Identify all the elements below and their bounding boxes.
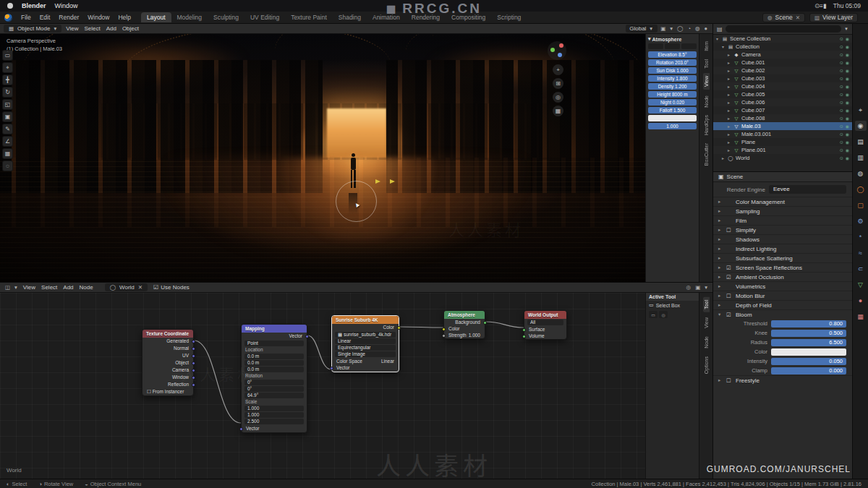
projection-dropdown[interactable]: Equirectangular — [335, 345, 396, 351]
sidebar-tab[interactable]: HardOps — [703, 112, 710, 138]
checkbox-icon[interactable]: ☐ — [147, 389, 151, 394]
item-label[interactable]: Male.03 — [741, 123, 838, 129]
expand-arrow-icon[interactable]: ▸ — [718, 302, 723, 308]
node-header[interactable]: World Output — [524, 311, 566, 319]
viewport-gizmo-button[interactable]: ▦ — [553, 106, 563, 116]
tool-button[interactable]: ╋ — [2, 74, 13, 85]
node-input-row[interactable]: Vector — [332, 364, 399, 372]
properties-tab-icon[interactable]: ▥ — [855, 153, 867, 163]
disable-in-render-icon[interactable]: ◉ — [846, 132, 849, 137]
node-editor-header-icon[interactable]: ▾ — [703, 284, 709, 291]
viewport-menu-item[interactable]: Select — [81, 25, 103, 32]
world-id-selector[interactable]: ◯ World ✕ — [105, 283, 148, 291]
item-label[interactable]: Plane.001 — [741, 147, 838, 153]
view-layer-selector[interactable]: ▥ View Layer — [809, 13, 858, 22]
expand-arrow-icon[interactable]: ▸ — [718, 283, 723, 289]
output-socket[interactable] — [192, 347, 195, 351]
sidebar-button[interactable] — [665, 43, 680, 49]
viewport-header-icon[interactable]: ◯ — [676, 25, 684, 32]
expand-arrow-icon[interactable]: ▸ — [726, 140, 731, 145]
outliner-search-input[interactable] — [726, 25, 841, 33]
expand-arrow-icon[interactable]: ▸ — [726, 84, 731, 89]
topbar-menu-item[interactable]: Window — [83, 12, 114, 22]
color-field[interactable] — [648, 115, 697, 121]
expand-arrow-icon[interactable]: ▸ — [718, 246, 723, 252]
properties-section-row[interactable]: ▸ ☑ Screen Space Reflections — [713, 262, 852, 272]
node-header[interactable]: Atmosphere — [444, 311, 485, 319]
properties-tab-icon[interactable]: ▤ — [855, 137, 867, 147]
value-field[interactable]: 64.9° — [244, 393, 304, 398]
node-output-row[interactable]: Normal — [142, 345, 193, 352]
item-label[interactable]: Plane — [741, 139, 838, 145]
node-output-row[interactable]: Vector — [242, 333, 307, 340]
properties-tab-icon[interactable]: ▢ — [855, 200, 867, 210]
topbar-menu-item[interactable]: Edit — [35, 12, 55, 22]
type-dropdown[interactable]: Point — [244, 341, 304, 346]
outliner-row[interactable]: ▸ ▽ Cube.002 ⊙ ◉ — [713, 67, 852, 74]
expand-arrow-icon[interactable]: ▸ — [726, 116, 731, 121]
world-output-node[interactable]: World Output All Surface Volume — [524, 310, 567, 340]
value-slider[interactable]: 6.500 — [771, 339, 846, 346]
color-space-row[interactable]: Color Space Linear — [332, 358, 399, 364]
use-nodes-checkbox[interactable]: ☑ — [153, 284, 158, 291]
disable-in-render-icon[interactable]: ◉ — [846, 44, 849, 49]
expand-arrow-icon[interactable]: ▸ — [726, 124, 731, 129]
node-header[interactable]: Texture Coordinate — [142, 330, 193, 338]
expand-arrow-icon[interactable]: ▾ — [720, 44, 726, 49]
workspace-tab[interactable]: Scripting — [491, 12, 527, 22]
hide-in-viewport-icon[interactable]: ⊙ — [840, 155, 843, 160]
sidebar-tab[interactable]: BoxCutter — [703, 140, 710, 168]
outliner-row[interactable]: ▸ ▽ Cube.003 ⊙ ◉ — [713, 74, 852, 82]
properties-section-row[interactable]: ▸ Depth of Field — [713, 300, 852, 309]
tool-button[interactable]: ◱ — [2, 99, 13, 110]
section-checkbox[interactable]: ☐ — [726, 227, 733, 234]
input-socket[interactable] — [522, 328, 526, 332]
active-tool-row[interactable]: ▭ Select Box — [646, 301, 699, 309]
expand-arrow-icon[interactable]: ▸ — [726, 108, 731, 113]
sidebar-tab[interactable]: Node — [703, 93, 710, 111]
value-field[interactable]: 1.000 — [244, 412, 304, 418]
item-label[interactable]: Cube.008 — [741, 115, 838, 121]
disable-in-render-icon[interactable]: ◉ — [846, 92, 849, 97]
topbar-menu-item[interactable]: File — [17, 12, 35, 22]
sidebar-tab[interactable]: Options — [703, 354, 710, 377]
hide-in-viewport-icon[interactable]: ⊙ — [840, 76, 843, 81]
tool-option-button[interactable]: ▭ — [649, 311, 658, 318]
input-socket[interactable] — [442, 328, 446, 331]
unlink-icon[interactable]: ✕ — [137, 284, 144, 291]
expand-arrow-icon[interactable]: ▸ — [726, 52, 731, 57]
render-engine-dropdown[interactable]: Eevee — [769, 185, 846, 194]
tool-button[interactable]: ▣ — [2, 111, 13, 122]
topbar-menu-item[interactable]: Render — [54, 12, 83, 22]
properties-section-row[interactable]: ▸ Subsurface Scattering — [713, 253, 852, 262]
expand-arrow-icon[interactable]: ▸ — [726, 132, 731, 137]
properties-tab-icon[interactable]: ≈ — [855, 248, 867, 258]
hide-in-viewport-icon[interactable]: ⊙ — [840, 147, 843, 153]
expand-arrow-icon[interactable]: ▸ — [718, 255, 723, 261]
environment-texture-node[interactable]: Sunrise Suburb 4K Color ▦ sunrise_suburb… — [331, 315, 399, 372]
outliner-row[interactable]: ▸ ▽ Cube.007 ⊙ ◉ — [713, 106, 852, 114]
hide-in-viewport-icon[interactable]: ⊙ — [840, 124, 843, 129]
outliner-row[interactable]: ▸ ▽ Plane ⊙ ◉ — [713, 138, 852, 146]
expand-arrow-icon[interactable]: ▸ — [718, 265, 723, 270]
item-label[interactable]: Cube.001 — [741, 59, 838, 66]
outliner-row[interactable]: ▾ ▤ Collection ⊙ ◉ — [713, 43, 852, 51]
item-label[interactable]: Scene Collection — [730, 35, 838, 42]
tool-button[interactable]: ▭ — [2, 50, 13, 61]
outliner-row[interactable]: ▾ ▤ Scene Collection ⊙ ◉ — [713, 35, 852, 43]
section-checkbox[interactable]: ☐ — [726, 377, 733, 384]
outliner-editor-icon[interactable]: ▤ — [717, 26, 723, 33]
outliner-row[interactable]: ▸ ▽ Plane.001 ⊙ ◉ — [713, 146, 852, 154]
node-editor-header-icon[interactable]: ◎ — [685, 284, 693, 291]
properties-tab-icon[interactable]: ◯ — [855, 184, 867, 194]
properties-tab-icon[interactable]: ▦ — [855, 312, 867, 322]
properties-tab-icon[interactable]: ⌖ — [855, 105, 867, 115]
tool-button[interactable]: ⌖ — [2, 62, 13, 73]
properties-tab-icon[interactable]: ⚙ — [855, 216, 867, 226]
expand-arrow-icon[interactable]: ▸ — [718, 293, 723, 299]
output-socket[interactable] — [483, 321, 487, 325]
outliner-row[interactable]: ▸ ◯ World ⊙ ◉ — [713, 154, 852, 162]
disable-in-render-icon[interactable]: ◉ — [846, 140, 849, 145]
transform-orientation-dropdown[interactable]: Global ▾ — [626, 25, 658, 33]
properties-section-row[interactable]: ▸ Color Management — [713, 197, 852, 206]
